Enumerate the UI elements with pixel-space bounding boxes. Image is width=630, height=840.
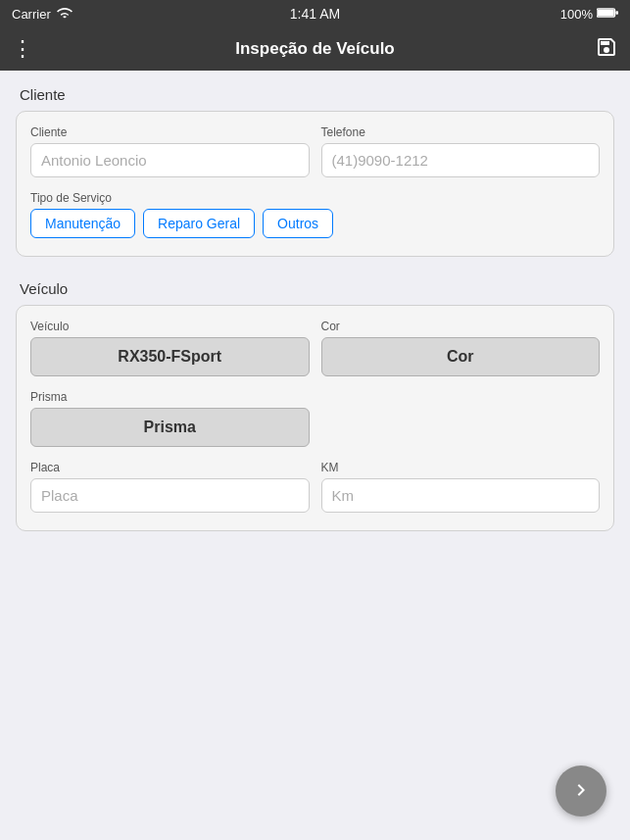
nav-bar: ⋮ Inspeção de Veículo — [0, 27, 630, 71]
nav-title: Inspeção de Veículo — [235, 39, 395, 59]
cor-button[interactable]: Cor — [321, 337, 601, 376]
menu-icon: ⋮ — [12, 36, 33, 61]
placa-label: Placa — [30, 461, 310, 474]
veiculo-cor-row: Veículo RX350-FSport Cor Cor — [30, 320, 600, 376]
carrier-label: Carrier — [12, 7, 51, 22]
battery-label: 100% — [560, 7, 593, 22]
prisma-label: Prisma — [30, 390, 600, 404]
veiculo-button[interactable]: RX350-FSport — [30, 337, 310, 376]
wifi-icon — [57, 7, 73, 22]
main-content: Cliente Cliente Telefone Tipo de Serviço… — [0, 71, 630, 570]
telefone-field-group: Telefone — [321, 125, 601, 177]
status-bar-left: Carrier — [12, 7, 73, 22]
telefone-label: Telefone — [321, 125, 601, 139]
placa-field-group: Placa — [30, 461, 310, 513]
outros-button[interactable]: Outros — [263, 209, 333, 238]
reparo-geral-button[interactable]: Reparo Geral — [143, 209, 255, 238]
km-label: KM — [321, 461, 601, 474]
veiculo-card: Veículo RX350-FSport Cor Cor Prisma Pris… — [16, 305, 614, 531]
tipo-servico-label: Tipo de Serviço — [30, 191, 600, 205]
menu-button[interactable]: ⋮ — [12, 38, 33, 60]
svg-rect-2 — [615, 11, 618, 14]
save-icon — [595, 41, 618, 63]
status-bar: Carrier 1:41 AM 100% — [0, 0, 630, 27]
service-type-group: Manutenção Reparo Geral Outros — [30, 209, 600, 238]
status-bar-time: 1:41 AM — [290, 6, 340, 22]
svg-rect-1 — [598, 9, 614, 16]
cor-label: Cor — [321, 320, 601, 333]
veiculo-section-label: Veículo — [16, 280, 614, 297]
tipo-servico-row: Tipo de Serviço Manutenção Reparo Geral … — [30, 191, 600, 238]
placa-km-row: Placa KM — [30, 461, 600, 513]
cliente-telefone-row: Cliente Telefone — [30, 125, 600, 177]
save-button[interactable] — [595, 35, 618, 64]
prisma-row: Prisma Prisma — [30, 390, 600, 447]
veiculo-field-group: Veículo RX350-FSport — [30, 320, 310, 376]
telefone-input[interactable] — [321, 143, 601, 177]
battery-icon — [597, 7, 618, 22]
arrow-right-icon — [569, 778, 593, 805]
cliente-card: Cliente Telefone Tipo de Serviço Manuten… — [16, 111, 614, 257]
cor-field-group: Cor Cor — [321, 320, 601, 376]
next-fab-button[interactable] — [556, 766, 606, 816]
cliente-field-group: Cliente — [30, 125, 310, 177]
status-bar-right: 100% — [560, 7, 618, 22]
veiculo-label: Veículo — [30, 320, 310, 333]
km-field-group: KM — [321, 461, 601, 513]
prisma-button[interactable]: Prisma — [30, 408, 310, 447]
cliente-section-label: Cliente — [16, 86, 614, 103]
manutencao-button[interactable]: Manutenção — [30, 209, 135, 238]
km-input[interactable] — [321, 478, 601, 513]
cliente-label: Cliente — [30, 125, 310, 139]
placa-input[interactable] — [30, 478, 310, 513]
cliente-input[interactable] — [30, 143, 310, 177]
